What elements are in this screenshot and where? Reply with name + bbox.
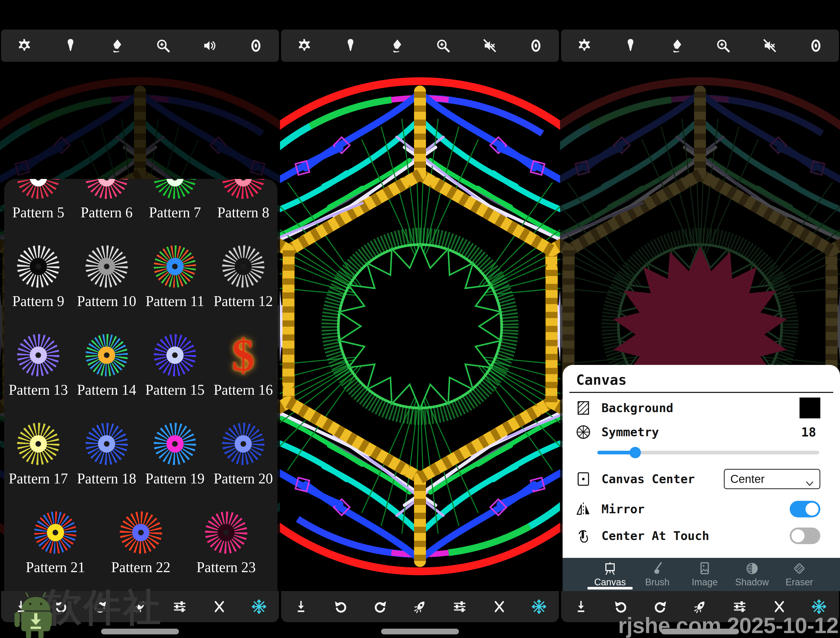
phone-screen-left: Pattern 5Pattern 6Pattern 7Pattern 8Patt… xyxy=(0,0,280,638)
canvas-settings-panel: Canvas Background Symmetry 18 xyxy=(562,365,840,558)
eye-icon[interactable] xyxy=(807,36,825,55)
pattern-label: Pattern 13 xyxy=(9,382,68,397)
pattern-item[interactable]: Pattern 10 xyxy=(73,239,141,328)
marker-icon[interactable] xyxy=(341,36,360,55)
home-indicator[interactable] xyxy=(101,629,179,634)
download-icon[interactable] xyxy=(572,597,591,616)
rocket-icon[interactable] xyxy=(411,597,429,616)
pattern-thumbnail xyxy=(115,507,166,558)
background-row: Background xyxy=(575,396,820,420)
zoom-in-icon[interactable] xyxy=(154,36,172,55)
pattern-item[interactable]: Pattern 22 xyxy=(107,505,175,591)
pattern-item[interactable]: Pattern 21 xyxy=(21,505,90,591)
pattern-label: Pattern 5 xyxy=(12,205,64,220)
pattern-grid: Pattern 5Pattern 6Pattern 7Pattern 8Patt… xyxy=(4,179,278,505)
symmetry-value: 18 xyxy=(801,425,820,439)
pattern-thumbnail xyxy=(81,179,132,203)
pattern-thumbnail xyxy=(30,507,81,558)
tab-canvas[interactable]: Canvas xyxy=(586,558,634,591)
eraser-icon[interactable] xyxy=(388,36,406,55)
canvas-center-dropdown[interactable]: Center xyxy=(724,469,820,489)
symmetry-row: Symmetry 18 xyxy=(575,420,820,445)
pattern-item[interactable]: Pattern 23 xyxy=(192,505,260,591)
divider xyxy=(569,392,833,393)
pattern-item[interactable]: Pattern 13 xyxy=(4,328,73,416)
snowflake-icon[interactable] xyxy=(530,597,548,616)
pattern-label: Pattern 6 xyxy=(81,205,133,220)
chevron-down-icon xyxy=(805,476,814,482)
eraser-icon[interactable] xyxy=(107,36,126,55)
snowflake-icon[interactable] xyxy=(249,597,268,616)
eraser-icon[interactable] xyxy=(668,36,686,55)
slider-thumb[interactable] xyxy=(630,447,641,458)
pattern-thumbnail xyxy=(81,330,132,380)
pattern-label: Pattern 9 xyxy=(12,293,64,309)
download-icon[interactable] xyxy=(292,597,310,616)
pattern-item[interactable]: $Pattern 16 xyxy=(209,328,278,416)
close-icon[interactable] xyxy=(490,597,508,616)
top-toolbar xyxy=(561,30,839,62)
volume-muted-icon[interactable] xyxy=(760,36,779,55)
top-toolbar xyxy=(281,30,559,62)
center-at-touch-row: Center At Touch xyxy=(575,523,820,548)
tab-label: Canvas xyxy=(594,577,626,588)
zoom-in-icon[interactable] xyxy=(714,36,733,55)
pattern-item[interactable]: Pattern 8 xyxy=(209,179,278,239)
tune-icon[interactable] xyxy=(450,597,469,616)
pattern-label: Pattern 11 xyxy=(145,293,204,309)
pattern-item[interactable]: Pattern 9 xyxy=(4,239,73,328)
pattern-thumbnail xyxy=(13,330,63,380)
tab-eraser[interactable]: Eraser xyxy=(776,558,823,591)
pattern-item[interactable]: Pattern 18 xyxy=(73,416,141,505)
settings-icon[interactable] xyxy=(295,36,313,55)
pattern-label: Pattern 18 xyxy=(77,471,136,486)
settings-icon[interactable] xyxy=(575,36,594,55)
tab-shadow[interactable]: Shadow xyxy=(728,558,776,591)
settings-icon[interactable] xyxy=(15,36,33,55)
panel-title: Canvas xyxy=(576,372,627,388)
pattern-item[interactable]: Pattern 7 xyxy=(141,179,209,239)
drawing-canvas[interactable] xyxy=(280,62,560,591)
bottom-toolbar xyxy=(281,591,559,622)
pattern-item[interactable]: Pattern 17 xyxy=(4,416,73,505)
pattern-item[interactable]: Pattern 11 xyxy=(141,239,209,328)
zoom-in-icon[interactable] xyxy=(434,36,452,55)
marker-icon[interactable] xyxy=(61,36,80,55)
home-indicator[interactable] xyxy=(381,629,459,634)
pattern-item[interactable]: Pattern 19 xyxy=(141,416,209,505)
mirror-toggle[interactable] xyxy=(790,501,820,518)
tab-image[interactable]: Image xyxy=(681,558,728,591)
eye-icon[interactable] xyxy=(527,36,545,55)
tab-brush[interactable]: Brush xyxy=(634,558,681,591)
redo-icon[interactable] xyxy=(371,597,390,616)
watermark-stamp: rjshe.com 2025-10-12 xyxy=(618,613,838,638)
pattern-sheet[interactable]: Pattern 5Pattern 6Pattern 7Pattern 8Patt… xyxy=(4,179,278,591)
pattern-item[interactable]: Pattern 15 xyxy=(141,328,209,416)
volume-on-icon[interactable] xyxy=(200,36,219,55)
pattern-label: Pattern 10 xyxy=(77,293,136,309)
undo-icon[interactable] xyxy=(332,597,350,616)
center-at-touch-toggle[interactable] xyxy=(790,527,820,544)
pattern-item[interactable]: Pattern 14 xyxy=(73,328,141,416)
pattern-label: Pattern 19 xyxy=(145,471,205,486)
pattern-thumbnail xyxy=(150,241,200,292)
close-icon[interactable] xyxy=(210,597,229,616)
pattern-item[interactable]: Pattern 20 xyxy=(209,416,278,505)
pattern-label: Pattern 20 xyxy=(214,471,273,486)
tune-icon[interactable] xyxy=(171,597,189,616)
tab-label: Image xyxy=(692,577,718,588)
phone-screen-right: Canvas Background Symmetry 18 xyxy=(560,0,840,638)
pattern-item[interactable]: Pattern 12 xyxy=(209,239,278,328)
mirror-label: Mirror xyxy=(602,502,644,516)
eye-icon[interactable] xyxy=(246,36,265,55)
background-color-swatch[interactable] xyxy=(799,397,820,418)
pattern-item[interactable]: Pattern 5 xyxy=(4,179,73,239)
background-hatch-icon xyxy=(575,400,592,416)
volume-muted-icon[interactable] xyxy=(480,36,499,55)
pattern-label: Pattern 22 xyxy=(111,559,171,575)
marker-icon[interactable] xyxy=(621,36,640,55)
symmetry-slider[interactable] xyxy=(597,447,819,458)
pattern-thumbnail xyxy=(150,179,200,203)
pattern-item[interactable]: Pattern 6 xyxy=(73,179,141,239)
center-at-touch-label: Center At Touch xyxy=(602,529,709,543)
